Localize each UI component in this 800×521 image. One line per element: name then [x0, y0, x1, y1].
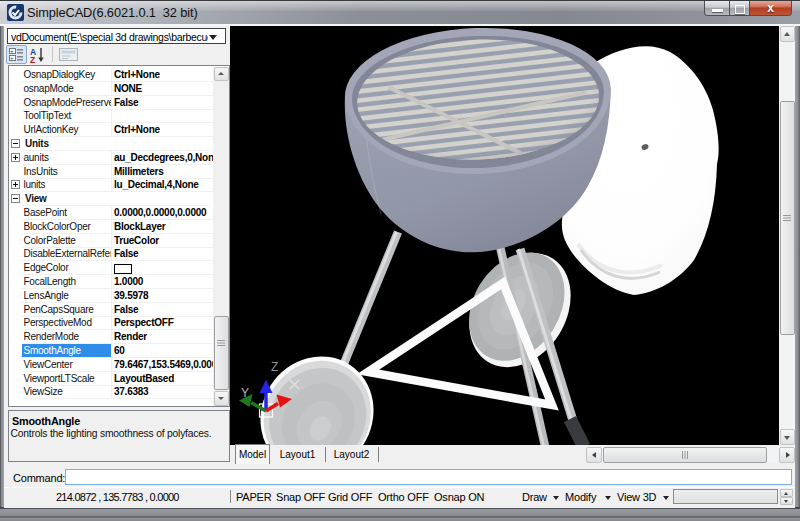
svg-text:+: + [10, 55, 14, 61]
svg-text:+: + [10, 48, 14, 54]
svg-text:Z: Z [271, 360, 278, 374]
svg-text:Z: Z [30, 55, 35, 64]
svg-text:Y: Y [241, 386, 249, 400]
